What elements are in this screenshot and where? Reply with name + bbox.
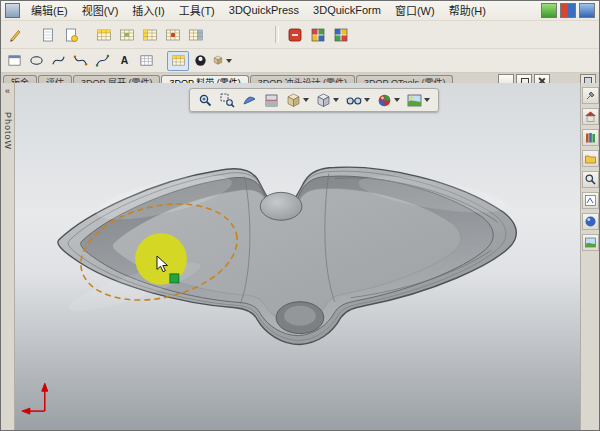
hide-show-items-icon[interactable] [343,91,373,110]
sheet-icon[interactable] [36,24,59,46]
curve-points-icon[interactable] [69,51,91,71]
zoom-area-icon[interactable] [217,91,238,110]
file-explorer-icon[interactable] [582,150,599,167]
zoom-fit-icon[interactable] [195,91,216,110]
resources-home-icon[interactable] [582,108,599,125]
chevron-down-icon[interactable] [333,98,339,102]
edit-appearance-icon[interactable] [374,91,403,110]
view-orientation-icon[interactable] [283,91,312,110]
menu-item-help[interactable]: 帮助(H) [442,0,493,21]
chevron-down-icon[interactable] [424,98,430,102]
menubar-right-icons [541,3,599,18]
ellipse-tool-icon[interactable] [25,51,47,71]
spline-tool-icon[interactable] [91,51,113,71]
blue-app-icon[interactable] [579,3,595,18]
strip-table-icon-2[interactable] [115,24,138,46]
scenes-icon[interactable] [582,234,599,251]
view-palette-icon[interactable] [582,192,599,209]
menu-item-insert[interactable]: 插入(I) [125,0,171,21]
section-view-icon[interactable] [261,91,282,110]
green-app-icon[interactable] [541,3,557,18]
chevron-down-icon[interactable] [364,98,370,102]
menu-item-3dquickpress[interactable]: 3DQuickPress [222,2,306,19]
toolbar-sketch: A [1,49,599,73]
apply-scene-icon[interactable] [404,91,433,110]
red-die-icon[interactable] [283,24,306,46]
quad-color-icon[interactable] [306,24,329,46]
display-style-icon[interactable] [313,91,342,110]
zoom-selection-icon[interactable] [239,91,260,110]
strip-table-icon-1[interactable] [92,24,115,46]
menu-item-window[interactable]: 窗口(W) [388,0,442,21]
chevron-down-icon[interactable] [226,59,232,63]
menu-bar: 编辑(E) 视图(V) 插入(I) 工具(T) 3DQuickPress 3DQ… [1,1,599,21]
menu-item-edit[interactable]: 编辑(E) [24,0,75,21]
vertex-marker[interactable] [170,274,179,283]
app-icon [5,3,20,18]
strip-table-icon-5[interactable] [184,24,207,46]
bowtie-shell-part[interactable] [58,166,516,344]
cube-dropdown-icon[interactable] [211,51,233,71]
toolbar-separator [275,26,279,43]
text-tool-icon[interactable]: A [113,51,135,71]
strip-table-icon-4[interactable] [161,24,184,46]
menu-item-view[interactable]: 视图(V) [75,0,126,21]
menu-item-3dquickform[interactable]: 3DQuickForm [306,2,388,19]
quad-color-alt-icon[interactable] [329,24,352,46]
svg-text:A: A [120,55,128,66]
task-pane-bar [580,83,599,430]
model-canvas[interactable] [15,83,580,430]
origin-triad [22,383,48,414]
search-icon[interactable] [582,171,599,188]
curve-tool-icon[interactable] [47,51,69,71]
toolbar-standard [1,21,599,49]
chevron-down-icon[interactable] [394,98,400,102]
graphics-viewport[interactable] [15,83,580,430]
menu-item-tools[interactable]: 工具(T) [172,0,222,21]
heads-up-view-toolbar [189,88,439,112]
appearances-icon[interactable] [582,213,599,230]
collapse-chevron-icon[interactable]: « [5,86,10,96]
table-icon[interactable] [135,51,157,71]
sheet-new-icon[interactable] [59,24,82,46]
eight-ball-icon[interactable] [189,51,211,71]
collapsed-left-panel: « PhotoW [1,83,15,430]
multicolor-app-icon[interactable] [560,3,576,18]
strip-layout-active-icon[interactable] [167,51,189,71]
strip-table-icon-3[interactable] [138,24,161,46]
photoworks-panel-tab[interactable]: PhotoW [3,112,13,150]
main-area: « PhotoW [1,83,599,430]
pencil-icon[interactable] [3,24,26,46]
window-icon[interactable] [3,51,25,71]
pin-icon[interactable] [582,87,599,104]
chevron-down-icon[interactable] [303,98,309,102]
app-window: 编辑(E) 视图(V) 插入(I) 工具(T) 3DQuickPress 3DQ… [0,0,600,431]
design-library-icon[interactable] [582,129,599,146]
